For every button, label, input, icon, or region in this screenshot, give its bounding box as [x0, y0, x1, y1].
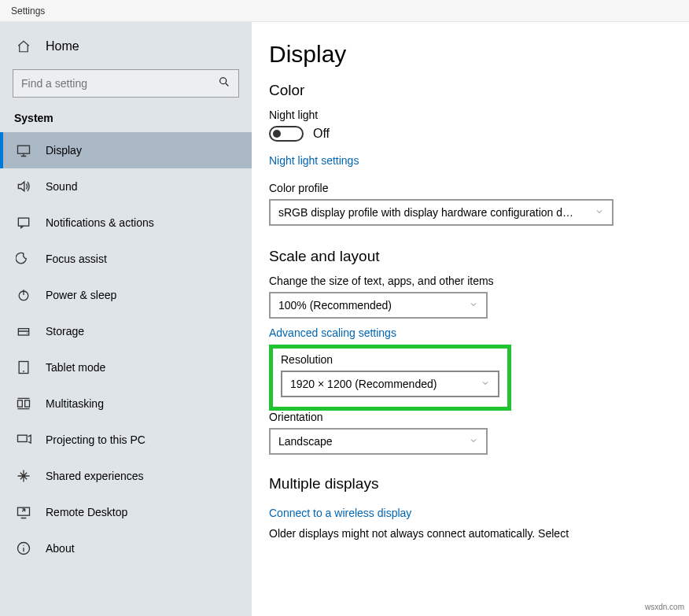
resolution-label: Resolution [281, 353, 499, 366]
nav-home-label: Home [46, 39, 79, 53]
night-light-settings-link[interactable]: Night light settings [269, 154, 359, 167]
orientation-value: Landscape [278, 435, 333, 448]
sidebar-item-label: Sound [46, 180, 77, 193]
sidebar-item-storage[interactable]: Storage [0, 313, 252, 349]
section-scale-heading: Scale and layout [269, 248, 672, 265]
sidebar-nav: Display Sound Notifications & actions Fo… [0, 132, 252, 566]
nav-home[interactable]: Home [0, 33, 252, 60]
page-title: Display [269, 41, 672, 68]
sidebar-item-label: Tablet mode [46, 361, 105, 374]
sidebar-item-sound[interactable]: Sound [0, 168, 252, 205]
tablet-icon [16, 360, 31, 375]
color-profile-label: Color profile [269, 182, 672, 194]
section-multiple-displays-heading: Multiple displays [269, 475, 672, 492]
search-box[interactable] [13, 69, 239, 98]
resolution-select[interactable]: 1920 × 1200 (Recommended) [281, 371, 499, 397]
sidebar-item-label: Notifications & actions [46, 216, 154, 229]
svg-point-0 [220, 78, 227, 84]
toggle-knob [273, 130, 281, 138]
sidebar-item-label: Remote Desktop [46, 506, 127, 518]
chevron-down-icon [595, 206, 604, 219]
svg-rect-1 [18, 146, 30, 153]
sidebar-item-label: Shared experiences [46, 470, 144, 482]
watermark: wsxdn.com [645, 603, 684, 611]
sidebar-item-remote-desktop[interactable]: Remote Desktop [0, 494, 252, 530]
chevron-down-icon [481, 378, 490, 390]
night-light-toggle[interactable] [269, 126, 304, 142]
sidebar-item-shared-experiences[interactable]: Shared experiences [0, 458, 252, 494]
sidebar-item-label: Storage [46, 325, 84, 338]
sidebar-item-focus-assist[interactable]: Focus assist [0, 241, 252, 277]
search-input[interactable] [21, 77, 209, 90]
remote-desktop-icon [16, 504, 31, 520]
sidebar-item-label: About [46, 542, 75, 555]
resolution-highlight: Resolution 1920 × 1200 (Recommended) [269, 345, 511, 411]
window-title: Settings [11, 6, 45, 17]
sidebar-item-notifications[interactable]: Notifications & actions [0, 205, 252, 241]
about-icon [16, 540, 31, 556]
storage-icon [16, 323, 31, 339]
window-titlebar: Settings [0, 0, 689, 22]
orientation-select[interactable]: Landscape [269, 428, 488, 455]
scale-label: Change the size of text, apps, and other… [269, 275, 672, 287]
svg-rect-2 [18, 218, 28, 226]
chevron-down-icon [469, 299, 478, 312]
projecting-icon [16, 432, 31, 448]
older-displays-text: Older displays might not always connect … [269, 526, 647, 541]
svg-rect-6 [18, 400, 23, 407]
color-profile-value: sRGB display profile with display hardwa… [278, 206, 573, 219]
svg-rect-8 [18, 435, 28, 441]
chevron-down-icon [469, 435, 478, 448]
sidebar: Home System Display Sound [0, 22, 252, 616]
night-light-label: Night light [269, 109, 672, 121]
color-profile-select[interactable]: sRGB display profile with display hardwa… [269, 199, 613, 226]
sidebar-item-tablet-mode[interactable]: Tablet mode [0, 349, 252, 385]
shared-icon [16, 468, 31, 484]
night-light-state: Off [313, 127, 330, 141]
sidebar-item-projecting[interactable]: Projecting to this PC [0, 422, 252, 458]
sidebar-item-about[interactable]: About [0, 530, 252, 566]
scale-value: 100% (Recommended) [278, 299, 392, 312]
resolution-value: 1920 × 1200 (Recommended) [290, 378, 437, 390]
main-content: Display Color Night light Off Night ligh… [252, 22, 689, 616]
sidebar-item-label: Multitasking [46, 397, 104, 410]
display-icon [16, 142, 31, 158]
home-icon [16, 39, 31, 53]
svg-rect-4 [18, 329, 28, 335]
svg-rect-7 [25, 400, 30, 407]
advanced-scaling-link[interactable]: Advanced scaling settings [269, 326, 396, 339]
sidebar-item-label: Projecting to this PC [46, 433, 146, 446]
sidebar-item-multitasking[interactable]: Multitasking [0, 385, 252, 422]
section-color-heading: Color [269, 82, 672, 99]
sidebar-category: System [0, 109, 252, 132]
orientation-label: Orientation [269, 411, 672, 423]
scale-select[interactable]: 100% (Recommended) [269, 292, 488, 319]
multitasking-icon [16, 396, 31, 411]
connect-wireless-display-link[interactable]: Connect to a wireless display [269, 507, 411, 519]
sidebar-item-power-sleep[interactable]: Power & sleep [0, 277, 252, 313]
sidebar-item-label: Focus assist [46, 253, 107, 265]
notifications-icon [16, 215, 31, 231]
search-icon [218, 76, 230, 91]
power-icon [16, 287, 31, 303]
sidebar-item-label: Display [46, 144, 82, 157]
sidebar-item-label: Power & sleep [46, 289, 116, 301]
sound-icon [16, 179, 31, 194]
focus-assist-icon [16, 251, 31, 267]
sidebar-item-display[interactable]: Display [0, 132, 252, 168]
